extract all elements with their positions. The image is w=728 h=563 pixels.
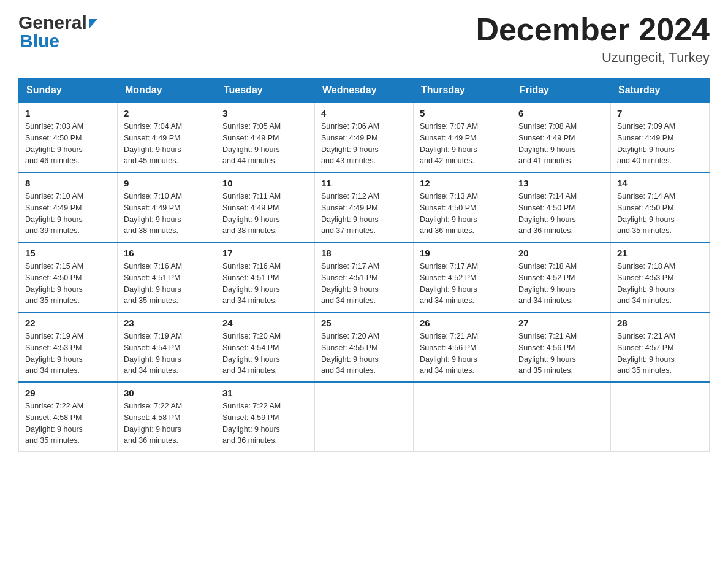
- day-number: 26: [420, 318, 506, 328]
- day-info: Sunrise: 7:14 AM Sunset: 4:50 PM Dayligh…: [617, 191, 703, 237]
- week-row-3: 15 Sunrise: 7:15 AM Sunset: 4:50 PM Dayl…: [19, 242, 710, 312]
- calendar-cell: 19 Sunrise: 7:17 AM Sunset: 4:52 PM Dayl…: [414, 242, 512, 312]
- day-info: Sunrise: 7:10 AM Sunset: 4:49 PM Dayligh…: [124, 191, 210, 237]
- calendar-cell: 16 Sunrise: 7:16 AM Sunset: 4:51 PM Dayl…: [118, 242, 216, 312]
- day-number: 17: [222, 248, 308, 258]
- logo-row1: General: [18, 12, 97, 33]
- day-number: 28: [617, 318, 703, 328]
- day-number: 10: [222, 178, 308, 188]
- calendar-cell: 3 Sunrise: 7:05 AM Sunset: 4:49 PM Dayli…: [216, 102, 315, 172]
- day-info: Sunrise: 7:22 AM Sunset: 4:58 PM Dayligh…: [124, 400, 210, 446]
- calendar-cell: 6 Sunrise: 7:08 AM Sunset: 4:49 PM Dayli…: [512, 102, 611, 172]
- week-row-5: 29 Sunrise: 7:22 AM Sunset: 4:58 PM Dayl…: [19, 382, 710, 452]
- day-info: Sunrise: 7:14 AM Sunset: 4:50 PM Dayligh…: [518, 191, 604, 237]
- day-number: 3: [222, 108, 308, 118]
- day-number: 29: [25, 388, 111, 398]
- day-number: 30: [124, 388, 210, 398]
- calendar-cell: [414, 382, 512, 452]
- calendar-cell: 31 Sunrise: 7:22 AM Sunset: 4:59 PM Dayl…: [216, 382, 315, 452]
- calendar-cell: 28 Sunrise: 7:21 AM Sunset: 4:57 PM Dayl…: [611, 312, 710, 382]
- calendar-cell: [611, 382, 710, 452]
- weekday-header-friday: Friday: [512, 79, 611, 103]
- location-title: Uzungecit, Turkey: [476, 50, 710, 66]
- day-info: Sunrise: 7:19 AM Sunset: 4:53 PM Dayligh…: [25, 331, 111, 377]
- calendar-cell: [512, 382, 611, 452]
- day-info: Sunrise: 7:06 AM Sunset: 4:49 PM Dayligh…: [321, 121, 407, 167]
- week-row-4: 22 Sunrise: 7:19 AM Sunset: 4:53 PM Dayl…: [19, 312, 710, 382]
- day-info: Sunrise: 7:03 AM Sunset: 4:50 PM Dayligh…: [25, 121, 111, 167]
- day-number: 31: [222, 388, 308, 398]
- day-info: Sunrise: 7:04 AM Sunset: 4:49 PM Dayligh…: [124, 121, 210, 167]
- weekday-header-tuesday: Tuesday: [216, 79, 315, 103]
- week-row-2: 8 Sunrise: 7:10 AM Sunset: 4:49 PM Dayli…: [19, 172, 710, 242]
- day-number: 21: [617, 248, 703, 258]
- day-info: Sunrise: 7:18 AM Sunset: 4:52 PM Dayligh…: [518, 261, 604, 307]
- day-info: Sunrise: 7:13 AM Sunset: 4:50 PM Dayligh…: [420, 191, 506, 237]
- day-number: 15: [25, 248, 111, 258]
- logo-blue-text: Blue: [18, 31, 97, 52]
- calendar-cell: 22 Sunrise: 7:19 AM Sunset: 4:53 PM Dayl…: [19, 312, 118, 382]
- weekday-header-wednesday: Wednesday: [315, 79, 414, 103]
- day-number: 1: [25, 108, 111, 118]
- day-number: 6: [518, 108, 604, 118]
- day-number: 27: [518, 318, 604, 328]
- calendar-cell: 10 Sunrise: 7:11 AM Sunset: 4:49 PM Dayl…: [216, 172, 315, 242]
- calendar-cell: 7 Sunrise: 7:09 AM Sunset: 4:49 PM Dayli…: [611, 102, 710, 172]
- day-info: Sunrise: 7:11 AM Sunset: 4:49 PM Dayligh…: [222, 191, 308, 237]
- day-info: Sunrise: 7:12 AM Sunset: 4:49 PM Dayligh…: [321, 191, 407, 237]
- calendar-cell: 29 Sunrise: 7:22 AM Sunset: 4:58 PM Dayl…: [19, 382, 118, 452]
- page-header: General Blue December 2024 Uzungecit, Tu…: [18, 12, 710, 66]
- day-info: Sunrise: 7:21 AM Sunset: 4:56 PM Dayligh…: [518, 331, 604, 377]
- calendar-cell: 20 Sunrise: 7:18 AM Sunset: 4:52 PM Dayl…: [512, 242, 611, 312]
- day-info: Sunrise: 7:21 AM Sunset: 4:57 PM Dayligh…: [617, 331, 703, 377]
- logo-arrow-icon: [89, 19, 97, 29]
- day-info: Sunrise: 7:22 AM Sunset: 4:58 PM Dayligh…: [25, 400, 111, 446]
- calendar-cell: 25 Sunrise: 7:20 AM Sunset: 4:55 PM Dayl…: [315, 312, 414, 382]
- day-number: 14: [617, 178, 703, 188]
- day-number: 8: [25, 178, 111, 188]
- day-number: 2: [124, 108, 210, 118]
- title-section: December 2024 Uzungecit, Turkey: [476, 12, 710, 66]
- day-info: Sunrise: 7:16 AM Sunset: 4:51 PM Dayligh…: [222, 261, 308, 307]
- logo-general-text: General: [18, 12, 87, 33]
- calendar-cell: 4 Sunrise: 7:06 AM Sunset: 4:49 PM Dayli…: [315, 102, 414, 172]
- weekday-header-row: SundayMondayTuesdayWednesdayThursdayFrid…: [19, 79, 710, 103]
- calendar-cell: 18 Sunrise: 7:17 AM Sunset: 4:51 PM Dayl…: [315, 242, 414, 312]
- week-row-1: 1 Sunrise: 7:03 AM Sunset: 4:50 PM Dayli…: [19, 102, 710, 172]
- day-info: Sunrise: 7:07 AM Sunset: 4:49 PM Dayligh…: [420, 121, 506, 167]
- day-info: Sunrise: 7:17 AM Sunset: 4:52 PM Dayligh…: [420, 261, 506, 307]
- day-info: Sunrise: 7:16 AM Sunset: 4:51 PM Dayligh…: [124, 261, 210, 307]
- day-number: 24: [222, 318, 308, 328]
- day-info: Sunrise: 7:20 AM Sunset: 4:55 PM Dayligh…: [321, 331, 407, 377]
- day-number: 7: [617, 108, 703, 118]
- calendar-cell: 5 Sunrise: 7:07 AM Sunset: 4:49 PM Dayli…: [414, 102, 512, 172]
- calendar-cell: 30 Sunrise: 7:22 AM Sunset: 4:58 PM Dayl…: [118, 382, 216, 452]
- month-title: December 2024: [476, 12, 710, 47]
- calendar-cell: 26 Sunrise: 7:21 AM Sunset: 4:56 PM Dayl…: [414, 312, 512, 382]
- day-number: 20: [518, 248, 604, 258]
- calendar-cell: 12 Sunrise: 7:13 AM Sunset: 4:50 PM Dayl…: [414, 172, 512, 242]
- day-number: 22: [25, 318, 111, 328]
- day-info: Sunrise: 7:22 AM Sunset: 4:59 PM Dayligh…: [222, 400, 308, 446]
- day-info: Sunrise: 7:21 AM Sunset: 4:56 PM Dayligh…: [420, 331, 506, 377]
- calendar-cell: 9 Sunrise: 7:10 AM Sunset: 4:49 PM Dayli…: [118, 172, 216, 242]
- calendar-cell: 15 Sunrise: 7:15 AM Sunset: 4:50 PM Dayl…: [19, 242, 118, 312]
- day-info: Sunrise: 7:19 AM Sunset: 4:54 PM Dayligh…: [124, 331, 210, 377]
- calendar-cell: 1 Sunrise: 7:03 AM Sunset: 4:50 PM Dayli…: [19, 102, 118, 172]
- day-info: Sunrise: 7:18 AM Sunset: 4:53 PM Dayligh…: [617, 261, 703, 307]
- logo: General Blue: [18, 12, 97, 52]
- day-info: Sunrise: 7:20 AM Sunset: 4:54 PM Dayligh…: [222, 331, 308, 377]
- calendar-cell: 24 Sunrise: 7:20 AM Sunset: 4:54 PM Dayl…: [216, 312, 315, 382]
- day-number: 4: [321, 108, 407, 118]
- day-number: 25: [321, 318, 407, 328]
- day-number: 13: [518, 178, 604, 188]
- weekday-header-monday: Monday: [118, 79, 216, 103]
- day-info: Sunrise: 7:17 AM Sunset: 4:51 PM Dayligh…: [321, 261, 407, 307]
- calendar-cell: 23 Sunrise: 7:19 AM Sunset: 4:54 PM Dayl…: [118, 312, 216, 382]
- calendar-cell: [315, 382, 414, 452]
- day-info: Sunrise: 7:08 AM Sunset: 4:49 PM Dayligh…: [518, 121, 604, 167]
- calendar-cell: 13 Sunrise: 7:14 AM Sunset: 4:50 PM Dayl…: [512, 172, 611, 242]
- day-number: 23: [124, 318, 210, 328]
- calendar-cell: 17 Sunrise: 7:16 AM Sunset: 4:51 PM Dayl…: [216, 242, 315, 312]
- day-info: Sunrise: 7:09 AM Sunset: 4:49 PM Dayligh…: [617, 121, 703, 167]
